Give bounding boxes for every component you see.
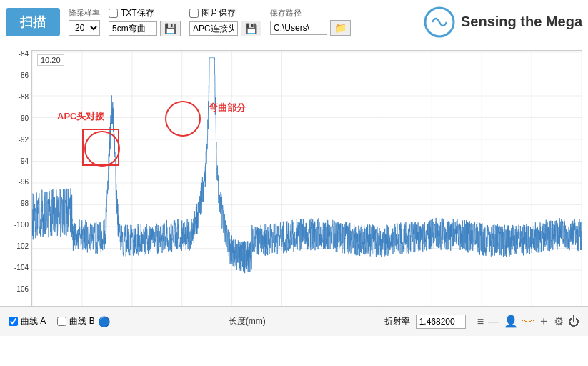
toolbar-minus-icon[interactable]: — [488, 315, 499, 328]
y-label-102: -102 [14, 242, 29, 250]
y-axis: -84 -86 -88 -90 -92 -94 -96 -98 -100 -10… [0, 50, 31, 315]
apc-circle [82, 129, 119, 166]
toolbar-plus-icon[interactable]: ＋ [538, 314, 549, 329]
curve-b-icon: 🔵 [98, 316, 110, 327]
curve-a-checkbox[interactable] [9, 317, 18, 326]
txt-save-label: TXT保存 [121, 7, 154, 19]
img-save-label: 图片保存 [201, 7, 236, 19]
y-label-106: -106 [14, 285, 29, 293]
save-path-label: 保存路径 [270, 8, 302, 19]
logo-area: Sensing the Mega [424, 6, 582, 38]
chart-container: -84 -86 -88 -90 -92 -94 -96 -98 -100 -10… [0, 44, 588, 336]
txt-save-button[interactable]: 💾 [160, 21, 181, 36]
curve-b-label: 曲线 B [69, 315, 94, 327]
txt-save-checkbox[interactable] [109, 9, 118, 18]
toolbar-wave-icon[interactable]: 〰 [522, 315, 534, 328]
y-label-104: -104 [14, 264, 29, 272]
peak-value-label: 10.20 [37, 54, 64, 66]
footer-right: 折射率 [384, 315, 466, 329]
save-path-group: 保存路径 📁 [270, 8, 351, 36]
refraction-label: 折射率 [384, 315, 410, 327]
bend-circle [164, 100, 201, 137]
apc-annotation-label: APC头对接 [57, 110, 104, 123]
toolbar-person-icon[interactable]: 👤 [504, 315, 518, 328]
y-label-86: -86 [19, 71, 29, 79]
y-label-98: -98 [19, 199, 29, 207]
y-label-90: -90 [19, 114, 29, 122]
footer-bar: 曲线 A 曲线 B 🔵 长度(mm) 折射率 ≡ — 👤 〰 ＋ ⚙ ⏻ [0, 306, 588, 336]
bend-annotation-label: 弯曲部分 [209, 102, 246, 114]
img-save-group: 图片保存 💾 [189, 7, 261, 36]
y-label-88: -88 [19, 93, 29, 101]
footer-length-label: 长度(mm) [121, 315, 373, 327]
refraction-input[interactable] [416, 315, 466, 329]
txt-save-group: TXT保存 💾 [109, 7, 181, 36]
curve-a-label: 曲线 A [21, 315, 46, 327]
y-label-100: -100 [14, 221, 29, 229]
svg-point-1 [85, 132, 119, 166]
downsample-group: 降采样率 20 10 40 [69, 8, 100, 36]
y-label-84: -84 [19, 50, 29, 58]
y-label-92: -92 [19, 136, 29, 144]
toolbar-bars-icon[interactable]: ≡ [477, 315, 484, 328]
toolbar-icons: ≡ — 👤 〰 ＋ ⚙ ⏻ [477, 314, 579, 329]
curve-b-checkbox[interactable] [57, 317, 66, 326]
y-label-94: -94 [19, 157, 29, 165]
svg-point-2 [166, 102, 200, 136]
y-label-96: -96 [19, 178, 29, 186]
header: 扫描 降采样率 20 10 40 TXT保存 💾 图片保存 💾 [0, 0, 588, 44]
curve-b-group: 曲线 B 🔵 [57, 315, 109, 327]
scan-button[interactable]: 扫描 [6, 8, 60, 36]
img-save-button[interactable]: 💾 [241, 21, 261, 36]
path-browse-button[interactable]: 📁 [330, 20, 351, 36]
logo-icon [424, 6, 455, 38]
img-save-checkbox[interactable] [189, 9, 199, 18]
logo-text: Sensing the Mega [461, 14, 582, 30]
txt-filename-input[interactable] [109, 21, 157, 36]
curve-a-group: 曲线 A [9, 315, 46, 327]
chart-area [31, 50, 582, 315]
downsample-label: 降采样率 [69, 8, 100, 19]
img-filename-input[interactable] [189, 21, 238, 36]
downsample-select[interactable]: 20 10 40 [69, 20, 100, 36]
chart-canvas [32, 51, 582, 314]
toolbar-power-icon[interactable]: ⏻ [568, 315, 579, 328]
toolbar-settings-icon[interactable]: ⚙ [554, 315, 564, 328]
save-path-input[interactable] [270, 21, 327, 35]
